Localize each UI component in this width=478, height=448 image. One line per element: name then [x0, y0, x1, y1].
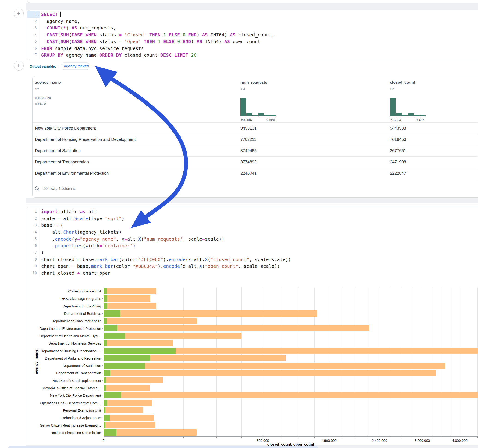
- output-variable-tag[interactable]: agency_tickets: [62, 63, 89, 70]
- sql-code-line[interactable]: FROM sample_data.nyc.service_requests: [41, 46, 144, 51]
- gutter-divider: [40, 12, 40, 59]
- code-token: =: [119, 32, 121, 37]
- python-code-line[interactable]: chart_closed + chart_open: [41, 271, 110, 275]
- sql-code-line[interactable]: GROUP BY agency_name ORDER BY closed_cou…: [41, 53, 196, 57]
- code-token: status: [97, 32, 119, 37]
- code-token: THEN: [149, 32, 160, 37]
- code-token: scale)): [260, 263, 280, 269]
- add-cell-button[interactable]: +: [14, 61, 24, 70]
- python-code-line[interactable]: scale = alt.Scale(type="sqrt"): [41, 216, 124, 221]
- closed-count-bar: [104, 340, 173, 346]
- y-axis-label: Department of Transportation: [30, 371, 101, 375]
- code-token: SELECT: [41, 12, 58, 17]
- code-token: (: [141, 236, 144, 242]
- histogram-bar: [264, 115, 270, 116]
- gridline: [263, 287, 263, 436]
- code-token: [155, 39, 158, 44]
- code-token: ELSE: [163, 39, 174, 44]
- line-number: 9: [26, 264, 37, 268]
- python-code-line[interactable]: chart_open = base.mark_bar(color="#8BC34…: [41, 264, 280, 268]
- code-token: SUM: [60, 32, 69, 37]
- code-token: 1: [158, 39, 160, 44]
- code-token: [41, 39, 47, 44]
- code-token: [147, 32, 149, 37]
- line-number: 5: [26, 237, 37, 241]
- column-header[interactable]: agency_name: [35, 80, 61, 85]
- python-code-line[interactable]: base = (: [41, 223, 63, 227]
- code-token: X: [138, 236, 141, 242]
- y-axis-label: Mayorâ€ s Office of Special Enforce…: [30, 386, 101, 390]
- python-code-line[interactable]: .properties(width="container"): [41, 243, 135, 248]
- y-tick: [102, 291, 103, 291]
- closed-count-bar: [104, 362, 445, 369]
- line-number: 3: [26, 223, 37, 227]
- line-number: 3: [26, 26, 37, 30]
- table-cell: 7782211: [240, 137, 256, 142]
- code-token: Scale: [75, 216, 88, 221]
- closed-count-bar: [104, 429, 197, 436]
- closed-count-bar: [104, 370, 436, 376]
- python-code-line[interactable]: import altair as alt: [41, 209, 97, 214]
- y-axis-title: agency_name: [34, 350, 38, 374]
- sql-code-line[interactable]: CAST(SUM(CASE WHEN status = 'Open' THEN …: [41, 39, 260, 44]
- histogram-bar: [396, 113, 402, 116]
- code-token: base.: [75, 263, 91, 269]
- output-variable-label: Output variable:: [30, 64, 56, 68]
- code-token: ): [196, 32, 202, 37]
- closed-count-bar: [104, 377, 163, 384]
- code-token: encode: [55, 236, 71, 242]
- sql-code-line[interactable]: SELECT: [41, 12, 58, 17]
- y-tick: [102, 313, 103, 314]
- code-token: ELSE: [169, 32, 180, 37]
- python-code-line[interactable]: chart_closed = base.mark_bar(color="#FFC…: [41, 257, 291, 262]
- column-header[interactable]: num_requests: [240, 80, 267, 85]
- sql-code-line[interactable]: CAST(SUM(CASE WHEN status = 'Closed' THE…: [41, 32, 274, 37]
- code-token: "agency_name": [80, 236, 116, 242]
- y-tick: [102, 380, 103, 381]
- y-axis-label: Department of Parks and Recreation: [30, 356, 101, 360]
- code-token: ): [121, 216, 124, 221]
- code-token: (agency_tickets): [77, 229, 122, 235]
- code-token: CASE: [71, 39, 82, 44]
- code-token: (: [69, 32, 71, 37]
- fold-chevron-icon[interactable]: ⌄: [37, 14, 40, 17]
- python-code-line[interactable]: .encode(y="agency_name", x=alt.X("num_re…: [41, 237, 224, 241]
- gridline: [356, 287, 356, 436]
- column-header[interactable]: closed_count: [390, 80, 415, 85]
- histogram-bar: [420, 115, 426, 116]
- gridline: [391, 287, 391, 436]
- code-token: alt.: [127, 236, 138, 242]
- code-token: [188, 52, 191, 58]
- code-token: [180, 39, 183, 44]
- table-cell: 2240041: [240, 171, 257, 176]
- closed-count-bar: [104, 295, 150, 302]
- gridline: [412, 287, 412, 436]
- code-token: , scale: [183, 236, 202, 242]
- code-token: (: [60, 25, 63, 31]
- histogram-bar: [390, 98, 396, 116]
- code-token: =: [77, 236, 80, 242]
- text-cursor: [60, 12, 61, 17]
- code-token: (color: [119, 257, 135, 262]
- row-separator: [32, 122, 478, 123]
- code-token: altair: [58, 209, 80, 214]
- python-code-line[interactable]: ): [41, 250, 44, 255]
- code-token: AS: [72, 25, 77, 31]
- code-token: =: [55, 222, 58, 228]
- y-axis-label: DHS Advantage Programs: [30, 297, 101, 300]
- code-token: [83, 32, 86, 37]
- code-token: chart_open: [41, 263, 71, 269]
- fold-chevron-icon[interactable]: ⌄: [37, 225, 40, 228]
- add-cell-button[interactable]: +: [14, 8, 24, 18]
- sql-code-line[interactable]: agency_name,: [41, 19, 80, 24]
- code-token: 0: [183, 32, 185, 37]
- row-separator: [32, 156, 478, 157]
- histogram-bar: [270, 115, 276, 116]
- sql-code-line[interactable]: COUNT(*) AS num_requests,: [41, 25, 116, 30]
- python-code-line[interactable]: alt.Chart(agency_tickets): [41, 230, 121, 234]
- code-token: ).: [158, 263, 163, 269]
- table-cell: Department of Environmental Protection: [35, 171, 109, 176]
- code-token: base.: [80, 257, 97, 262]
- histogram-max-label: 9.5e6: [266, 118, 275, 122]
- code-token: INT64): [202, 39, 224, 44]
